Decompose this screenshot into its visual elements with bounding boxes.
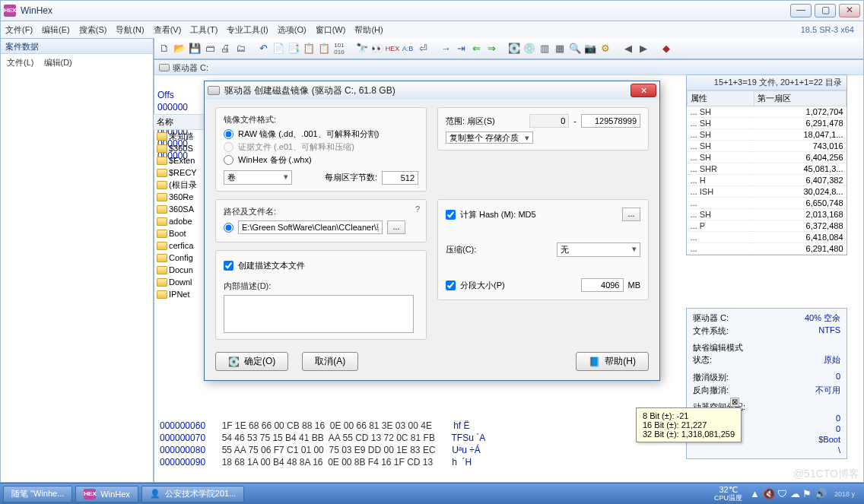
- folder-item[interactable]: $360S: [154, 142, 207, 154]
- help-icon[interactable]: ?: [415, 204, 420, 214]
- folder-item[interactable]: adobe: [154, 215, 207, 227]
- tray-icons[interactable]: ▲ 🔇 🛡 ☁ ⚑ 🔊: [750, 488, 827, 499]
- folder-item[interactable]: 未知路: [154, 130, 207, 142]
- format-raw-radio[interactable]: RAW 镜像 (.dd、.001、可解释和分割): [224, 128, 418, 140]
- tool-saveas-icon[interactable]: 🗃: [203, 42, 217, 55]
- ok-button[interactable]: 💽确定(O): [215, 352, 288, 371]
- folder-item[interactable]: Downl: [154, 276, 207, 288]
- tool-arrow-icon[interactable]: ⏎: [416, 42, 430, 55]
- tool-zoom-icon[interactable]: 🔍: [568, 42, 582, 55]
- tool-bits-icon[interactable]: 101010: [332, 42, 346, 55]
- tool-camera-icon[interactable]: 📷: [583, 42, 597, 55]
- tool-erase-icon[interactable]: ◆: [659, 42, 673, 55]
- menu-nav[interactable]: 导航(N): [116, 24, 144, 36]
- folder-item[interactable]: $Exten: [154, 154, 207, 166]
- folder-item[interactable]: Boot: [154, 227, 207, 239]
- internal-desc-textarea[interactable]: [224, 295, 414, 333]
- list-item[interactable]: ... 6,650,748: [688, 198, 847, 209]
- menu-search[interactable]: 搜索(S): [79, 24, 107, 36]
- menu-window[interactable]: 窗口(W): [316, 24, 346, 36]
- menu-help[interactable]: 帮助(H): [354, 24, 383, 36]
- tool-ab-icon[interactable]: A:B: [401, 42, 415, 55]
- minimize-button[interactable]: —: [790, 4, 812, 17]
- path-radio[interactable]: ...: [224, 220, 418, 234]
- folder-item[interactable]: (根目录: [154, 179, 207, 191]
- tool-findtext-icon[interactable]: HEX: [386, 42, 399, 55]
- list-item[interactable]: ... H6,407,382: [688, 175, 847, 186]
- tool-go-icon[interactable]: →: [439, 42, 453, 55]
- close-button[interactable]: ✕: [839, 4, 860, 17]
- tool-save-icon[interactable]: 💾: [188, 42, 202, 55]
- menu-edit[interactable]: 编辑(E): [42, 24, 70, 36]
- maximize-button[interactable]: ▢: [815, 4, 836, 17]
- folder-item[interactable]: 360Re: [154, 191, 207, 203]
- tool-copy2-icon[interactable]: 📑: [287, 42, 300, 55]
- compute-hash-checkbox[interactable]: 计算 Hash (M): MD5 ...: [446, 208, 640, 221]
- bytes-per-sector-input[interactable]: [382, 171, 418, 185]
- help-button[interactable]: 📘帮助(H): [576, 352, 649, 371]
- tool-tri-left-icon[interactable]: ◀: [621, 42, 635, 55]
- tooltip-close-icon[interactable]: ⊠: [730, 398, 739, 407]
- name-column[interactable]: 名称: [154, 114, 207, 130]
- case-edit-menu[interactable]: 编辑(D): [44, 58, 72, 67]
- drive-tab[interactable]: 驱动器 C:: [154, 60, 863, 75]
- tool-disk-icon[interactable]: 💽: [507, 42, 521, 55]
- folder-item[interactable]: 360SA: [154, 203, 207, 215]
- tool-gear-icon[interactable]: ⚙: [599, 42, 612, 55]
- list-item[interactable]: ... SH743,016: [688, 141, 847, 152]
- list-item[interactable]: ... P6,372,488: [688, 220, 847, 232]
- format-e01-radio[interactable]: 证据文件 (.e01、可解释和压缩): [224, 141, 418, 153]
- menu-file[interactable]: 文件(F): [5, 24, 33, 36]
- segment-size-checkbox[interactable]: 分段大小(P) MB: [446, 278, 640, 292]
- tool-goend-icon[interactable]: ⇥: [454, 42, 468, 55]
- taskbar-item-note[interactable]: 随笔 "Winhe...: [3, 486, 72, 502]
- hex-rows[interactable]: 000000060 1F 1E 68 66 00 CB 88 16 0E 00 …: [160, 409, 697, 469]
- compress-select[interactable]: 无: [557, 242, 640, 257]
- col-attr[interactable]: 属性: [688, 91, 754, 106]
- tool-ram-icon[interactable]: ▥: [538, 42, 551, 55]
- tool-paste2-icon[interactable]: 📋: [317, 42, 331, 55]
- tool-paste-icon[interactable]: 📋: [302, 42, 316, 55]
- tool-findhex-icon[interactable]: 👀: [370, 42, 384, 55]
- folder-item[interactable]: Config: [154, 252, 207, 264]
- segment-size-input[interactable]: [581, 278, 624, 292]
- list-item[interactable]: ... SH6,404,256: [688, 152, 847, 163]
- dialog-titlebar[interactable]: 驱动器 创建磁盘镜像 (驱动器 C:, 61.8 GB) ✕: [205, 81, 659, 100]
- tool-props-icon[interactable]: 🗂: [233, 42, 247, 55]
- list-item[interactable]: ... SH2,013,168: [688, 209, 847, 220]
- volume-select[interactable]: 卷: [224, 170, 292, 185]
- folder-item[interactable]: $RECY: [154, 166, 207, 179]
- menu-pro-tools[interactable]: 专业工具(I): [227, 24, 268, 36]
- dialog-close-button[interactable]: ✕: [631, 84, 656, 97]
- tool-next-icon[interactable]: ⇒: [484, 42, 498, 55]
- list-item[interactable]: ... ISH30,024,8...: [688, 186, 847, 198]
- tool-back-icon[interactable]: ↶: [256, 42, 270, 55]
- hash-options-button[interactable]: ...: [622, 208, 640, 221]
- list-item[interactable]: ... SH18,047,1...: [688, 129, 847, 141]
- case-file-menu[interactable]: 文件(L): [7, 58, 33, 67]
- format-whx-radio[interactable]: WinHex 备份 (.whx): [224, 154, 418, 166]
- list-item[interactable]: ... SHR45,081,3...: [688, 163, 847, 175]
- list-item[interactable]: ... 6,418,084: [688, 232, 847, 243]
- folder-item[interactable]: cerfica: [154, 239, 207, 252]
- list-item[interactable]: ... 6,291,480: [688, 243, 847, 255]
- browse-button[interactable]: ...: [387, 220, 405, 234]
- taskbar-item-winhex[interactable]: HEXWinHex: [75, 486, 138, 502]
- tool-tri-right-icon[interactable]: ▶: [637, 42, 650, 55]
- tool-new-icon[interactable]: 🗋: [157, 42, 171, 55]
- tool-print-icon[interactable]: 🖨: [218, 42, 232, 55]
- cancel-button[interactable]: 取消(A): [302, 352, 358, 371]
- menu-view[interactable]: 查看(V): [154, 24, 182, 36]
- tool-prev-icon[interactable]: ⇐: [469, 42, 483, 55]
- list-item[interactable]: ... SH1,072,704: [688, 106, 847, 118]
- folder-item[interactable]: IPNet: [154, 288, 207, 300]
- create-desc-file-checkbox[interactable]: 创建描述文本文件: [224, 260, 418, 271]
- path-input[interactable]: [238, 220, 383, 234]
- tool-calc-icon[interactable]: ▦: [553, 42, 567, 55]
- taskbar-item-other[interactable]: 👤公安技术学院201...: [141, 486, 245, 502]
- tool-find-icon[interactable]: 🔭: [355, 42, 369, 55]
- tool-copy-icon[interactable]: 📄: [272, 42, 285, 55]
- scope-to-input[interactable]: [581, 114, 640, 128]
- tool-disk2-icon[interactable]: 💿: [523, 42, 536, 55]
- menu-options[interactable]: 选项(O): [278, 24, 307, 36]
